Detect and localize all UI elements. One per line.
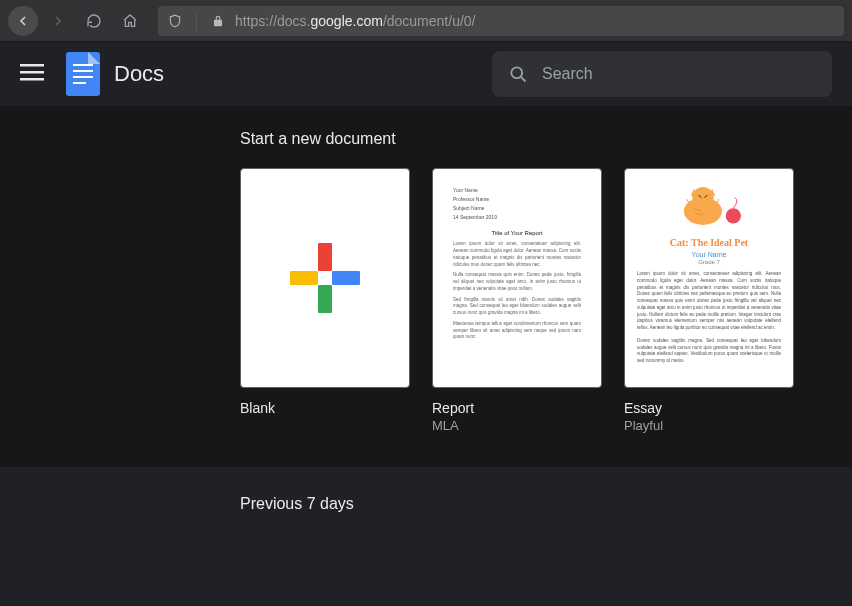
template-subtitle: MLA: [432, 418, 602, 433]
svg-rect-1: [20, 71, 44, 74]
essay-name-line: Your Name: [637, 251, 781, 258]
template-blank[interactable]: Blank: [240, 168, 410, 433]
recent-title: Previous 7 days: [240, 495, 852, 513]
app-title: Docs: [114, 61, 164, 87]
template-essay[interactable]: Cat: The Ideal Pet Your Name Grade 7 Lor…: [624, 168, 794, 433]
template-essay-thumb[interactable]: Cat: The Ideal Pet Your Name Grade 7 Lor…: [624, 168, 794, 388]
essay-grade-line: Grade 7: [637, 259, 781, 265]
browser-toolbar: https://docs.google.com/document/u/0/: [0, 0, 852, 42]
reload-button[interactable]: [78, 5, 110, 37]
lock-icon: [211, 14, 225, 28]
template-name: Blank: [240, 400, 410, 416]
docs-header: Docs: [0, 42, 852, 106]
home-button[interactable]: [114, 5, 146, 37]
menu-button[interactable]: [20, 60, 44, 88]
back-button[interactable]: [8, 6, 38, 36]
cat-icon: [671, 179, 747, 229]
search-icon: [508, 64, 528, 84]
svg-point-6: [692, 187, 713, 208]
template-report-thumb[interactable]: Your Name Professor Name Subject Name 14…: [432, 168, 602, 388]
plus-icon: [290, 243, 360, 313]
forward-button[interactable]: [42, 5, 74, 37]
template-name: Essay: [624, 400, 794, 416]
template-gallery: Start a new document Blank Your Name Pro…: [0, 106, 852, 467]
shield-icon: [168, 14, 182, 28]
template-name: Report: [432, 400, 602, 416]
template-list: Blank Your Name Professor Name Subject N…: [240, 168, 852, 433]
docs-logo-icon[interactable]: [66, 52, 100, 96]
recent-documents: Previous 7 days: [0, 467, 852, 513]
svg-line-4: [521, 77, 526, 82]
report-preview: Your Name Professor Name Subject Name 14…: [433, 169, 601, 387]
search-input[interactable]: [542, 65, 816, 83]
template-blank-thumb[interactable]: [240, 168, 410, 388]
search-box[interactable]: [492, 51, 832, 97]
essay-title: Cat: The Ideal Pet: [637, 237, 781, 248]
gallery-title: Start a new document: [240, 130, 852, 148]
svg-point-11: [726, 208, 741, 223]
svg-rect-2: [20, 78, 44, 81]
template-report[interactable]: Your Name Professor Name Subject Name 14…: [432, 168, 602, 433]
url-bar[interactable]: https://docs.google.com/document/u/0/: [158, 6, 844, 36]
essay-preview: Cat: The Ideal Pet Your Name Grade 7 Lor…: [625, 169, 793, 387]
separator: [196, 11, 197, 31]
template-subtitle: Playful: [624, 418, 794, 433]
url-text: https://docs.google.com/document/u/0/: [235, 13, 476, 29]
svg-rect-0: [20, 64, 44, 67]
svg-point-3: [511, 67, 522, 78]
